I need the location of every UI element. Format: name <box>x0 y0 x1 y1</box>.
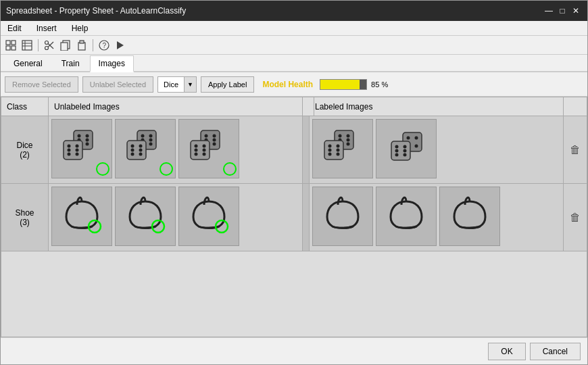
class-count-shoe: (3) <box>20 218 30 227</box>
svg-point-43 <box>139 144 142 147</box>
thumb-dice-unlabeled-1[interactable]: 17 <box>51 119 112 178</box>
tab-images[interactable]: Images <box>90 55 134 72</box>
svg-rect-41 <box>127 141 146 160</box>
thumb-dice-unlabeled-3[interactable]: 17 <box>178 119 239 178</box>
tab-general[interactable]: General <box>5 55 51 71</box>
svg-point-32 <box>75 152 78 155</box>
class-count-dice: (2) <box>20 150 30 160</box>
table-row: Shoe (3) <box>1 184 587 251</box>
toolbar-paste-icon[interactable] <box>74 38 89 53</box>
svg-rect-83 <box>391 141 410 160</box>
toolbar-copy-icon[interactable] <box>58 38 73 53</box>
toolbar-table-icon[interactable] <box>20 38 34 53</box>
svg-rect-2 <box>6 46 10 50</box>
svg-point-57 <box>194 144 197 147</box>
thumb-shoe-labeled-1[interactable] <box>312 187 373 246</box>
thumb-dice-unlabeled-2[interactable]: 17 <box>115 119 176 178</box>
action-cell-shoe: 🗑 <box>564 184 587 251</box>
labeled-images-dice <box>310 116 564 183</box>
thumb-shoe-unlabeled-1[interactable] <box>51 187 112 246</box>
thumb-shoe-labeled-2[interactable] <box>376 187 437 246</box>
delete-shoe-button[interactable]: 🗑 <box>570 212 581 224</box>
ok-button[interactable]: OK <box>488 343 525 360</box>
svg-point-79 <box>406 136 410 139</box>
svg-point-44 <box>130 148 134 151</box>
thumb-shoe-unlabeled-3[interactable] <box>178 187 239 246</box>
svg-point-28 <box>75 144 78 147</box>
divider-shoe <box>303 184 310 251</box>
label-dropdown[interactable]: Dice ▼ <box>157 76 197 93</box>
menu-insert[interactable]: Insert <box>32 22 61 34</box>
health-bar-outer <box>320 79 367 90</box>
grid-header: Class Unlabeled Images Labeled Images <box>1 97 587 116</box>
svg-point-25 <box>85 142 89 145</box>
thumb-dice-labeled-2[interactable] <box>376 119 437 178</box>
maximize-button[interactable]: □ <box>556 5 568 17</box>
svg-point-68 <box>346 138 349 141</box>
svg-rect-4 <box>22 41 32 50</box>
svg-point-70 <box>346 142 349 145</box>
window-title: Spreadsheet - Property Sheet - AutoLearn… <box>6 6 186 16</box>
unlabeled-images-dice: 17 <box>49 116 303 183</box>
menu-help[interactable]: Help <box>68 22 93 34</box>
thumb-dice-labeled-1[interactable] <box>312 119 373 178</box>
toolbar-scissors-icon[interactable] <box>42 38 57 53</box>
class-name-dice: Dice <box>16 141 32 150</box>
minimize-button[interactable]: — <box>543 5 555 17</box>
svg-point-86 <box>395 149 398 152</box>
svg-point-80 <box>414 136 418 139</box>
toolbar-help-icon[interactable]: ? <box>97 38 112 53</box>
svg-point-50 <box>204 134 207 137</box>
close-button[interactable]: ✕ <box>570 5 582 17</box>
svg-point-59 <box>194 148 197 151</box>
svg-point-61 <box>194 152 197 155</box>
svg-point-23 <box>85 138 89 141</box>
chevron-down-icon[interactable]: ▼ <box>184 77 196 92</box>
toolbar-arrow-icon[interactable] <box>113 38 128 53</box>
class-cell-shoe: Shoe (3) <box>1 184 49 251</box>
cancel-button[interactable]: Cancel <box>530 343 581 360</box>
label-indicator-dice-unlabeled-2: 17 <box>160 162 173 176</box>
dropdown-value: Dice <box>158 79 184 90</box>
grid-body: Dice (2) <box>1 116 587 337</box>
toolbar-sep-1 <box>38 39 39 51</box>
svg-point-72 <box>328 144 331 147</box>
svg-point-45 <box>139 148 142 151</box>
svg-text:17: 17 <box>168 174 176 178</box>
svg-rect-13 <box>61 43 68 51</box>
tab-bar: General Train Images <box>1 55 587 72</box>
svg-rect-14 <box>78 43 85 50</box>
tab-train[interactable]: Train <box>53 55 89 71</box>
svg-rect-15 <box>80 41 84 43</box>
toolbar-grid-icon[interactable] <box>3 38 18 53</box>
thumb-shoe-unlabeled-2[interactable] <box>115 187 176 246</box>
thumb-shoe-labeled-3[interactable] <box>439 187 500 246</box>
unlabel-selected-button[interactable]: Unlabel Selected <box>82 76 153 93</box>
header-actions <box>564 97 587 116</box>
svg-point-60 <box>202 148 205 151</box>
svg-point-87 <box>403 149 406 152</box>
grid-table: Class Unlabeled Images Labeled Images Di… <box>1 97 587 337</box>
svg-point-38 <box>149 138 152 141</box>
menu-edit[interactable]: Edit <box>3 22 26 34</box>
svg-point-77 <box>336 152 339 155</box>
action-bar: Remove Selected Unlabel Selected Dice ▼ … <box>1 72 587 97</box>
svg-point-76 <box>328 152 331 155</box>
svg-point-30 <box>75 148 78 151</box>
svg-point-65 <box>338 134 341 137</box>
main-window: Spreadsheet - Property Sheet - AutoLearn… <box>0 0 588 365</box>
svg-rect-1 <box>11 41 16 45</box>
labeled-images-shoe <box>310 184 564 251</box>
footer: OK Cancel <box>1 337 587 364</box>
delete-dice-button[interactable]: 🗑 <box>570 144 581 156</box>
svg-point-73 <box>336 144 339 147</box>
health-bar-inner <box>320 80 360 89</box>
svg-point-74 <box>328 148 331 151</box>
remove-selected-button[interactable]: Remove Selected <box>5 76 78 93</box>
svg-point-8 <box>45 46 49 49</box>
svg-point-51 <box>212 134 216 137</box>
apply-label-button[interactable]: Apply Label <box>201 76 255 93</box>
table-row: Dice (2) <box>1 116 587 184</box>
title-bar: Spreadsheet - Property Sheet - AutoLearn… <box>1 1 587 21</box>
svg-point-46 <box>130 152 134 155</box>
